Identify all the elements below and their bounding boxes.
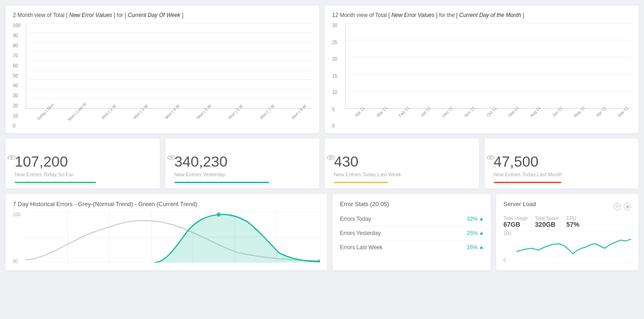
cpu-label: CPU: [566, 216, 579, 221]
stats-row: 107,200New Entries Today So Far340,230Ne…: [6, 139, 638, 189]
stat-value: 47,500: [494, 154, 630, 170]
right-bar-chart: 051015202530 Apr 11Mar 11Feb 11Jan 11Dec…: [332, 23, 631, 129]
eye-icon: [166, 154, 176, 161]
top-charts-row: 2 Month view of Total [ New Error Values…: [6, 6, 638, 133]
total-usage-col: Total Usage 67GB: [503, 216, 528, 228]
error-stat-row-1: Errors Yesterday25%: [340, 226, 483, 241]
error-stats-card: Error Stats (20:05) Errors Today32% Erro…: [333, 194, 491, 270]
refresh-icon[interactable]: ⟳: [614, 203, 621, 210]
left-chart-title: 2 Month view of Total [ New Error Values…: [13, 12, 312, 18]
right-title-em2: Current Day of the Month: [459, 12, 521, 18]
dashboard: 2 Month view of Total [ New Error Values…: [0, 0, 644, 276]
right-chart-card: 12 Month view of Total [ New Error Value…: [325, 6, 638, 133]
right-chart-area: Apr 11Mar 11Feb 11Jan 11Dec 11Nov 11Oct …: [345, 23, 631, 129]
error-stat-label: Errors Yesterday: [340, 230, 381, 236]
error-stat-label: Errors Today: [340, 216, 371, 222]
error-stats-rows: Errors Today32% Errors Yesterday25% Erro…: [340, 212, 483, 254]
stat-card-2: 430New Entries Today Last Week: [325, 139, 479, 189]
error-stat-value: 16%: [467, 244, 483, 251]
stat-bar: [175, 182, 270, 183]
left-title-mid: ] for [: [112, 12, 128, 18]
left-x-labels: Today | MonMon | Last WMon | 2 WMon | 3 …: [26, 110, 312, 129]
server-meta: Total Usage 67GB Total Space 320GB CPU 5…: [503, 216, 631, 228]
stat-value: 107,200: [15, 154, 151, 170]
total-usage-value: 67GB: [503, 221, 528, 228]
historical-plot: [26, 212, 320, 264]
arrow-up-icon: [480, 246, 483, 249]
eye-icon: [486, 154, 496, 161]
right-title-suffix: ]: [521, 12, 525, 18]
cpu-value: 57%: [566, 221, 579, 228]
error-stat-value: 25%: [467, 230, 483, 236]
total-space-col: Total Space 320GB: [535, 216, 559, 228]
stat-card-0: 107,200New Entries Today So Far: [6, 139, 160, 189]
left-title-em2: Current Day Of Week: [128, 12, 180, 18]
right-chart-title: 12 Month view of Total [ New Error Value…: [332, 12, 631, 18]
left-bar-chart: 0102030405060708090100 Today | MonMon | …: [13, 23, 312, 129]
left-title-em: New Error Values: [69, 12, 113, 18]
right-y-axis: 051015202530: [332, 23, 345, 129]
stat-label: New Entries Yesterday: [175, 172, 311, 177]
arrow-up-icon: [480, 232, 483, 235]
arrow-up-icon: [480, 218, 483, 220]
error-stats-title: Error Stats (20:05): [340, 201, 483, 207]
left-chart-card: 2 Month view of Total [ New Error Values…: [6, 6, 319, 133]
hist-y-axis: 80 100: [13, 212, 24, 264]
left-y-axis: 0102030405060708090100: [13, 23, 26, 129]
right-x-labels: Apr 11Mar 11Feb 11Jan 11Dec 11Nov 11Oct …: [345, 110, 631, 129]
stat-card-3: 47,500New Entries Today Last Month: [485, 139, 639, 189]
historical-wrapper: 80 100: [13, 212, 320, 264]
eye-icon: [326, 154, 336, 161]
stat-card-1: 340,230New Entries Yesterday: [165, 139, 320, 189]
historical-title: 7 Day Historical Errors - Grey-(Normal T…: [13, 201, 320, 207]
total-usage-label: Total Usage: [503, 216, 528, 221]
error-stat-row-2: Errors Last Week16%: [340, 241, 483, 254]
stat-bar: [494, 182, 562, 183]
error-stat-label: Errors Last Week: [340, 244, 382, 251]
server-load-controls: ⟳ ◉: [614, 203, 631, 210]
bottom-row: 7 Day Historical Errors - Grey-(Normal T…: [6, 194, 638, 270]
right-bars-wrapper: [345, 23, 631, 109]
stat-bar: [334, 182, 388, 183]
left-title-suffix: ]: [181, 12, 184, 18]
expand-icon[interactable]: ◉: [624, 203, 631, 210]
historical-card: 7 Day Historical Errors - Grey-(Normal T…: [6, 194, 327, 270]
stat-label: New Entries Today Last Week: [334, 172, 470, 177]
right-title-prefix: 12 Month view of Total [: [332, 12, 391, 18]
left-bars-wrapper: [26, 23, 312, 109]
total-space-value: 320GB: [535, 221, 559, 228]
left-chart-area: Today | MonMon | Last WMon | 2 WMon | 3 …: [26, 23, 312, 129]
eye-icon: [6, 154, 17, 161]
stat-bar: [15, 182, 96, 183]
error-stat-row-0: Errors Today32%: [340, 212, 483, 226]
stat-label: New Entries Today So Far: [15, 172, 151, 177]
stat-value: 430: [334, 154, 470, 170]
left-title-prefix: 2 Month view of Total [: [13, 12, 69, 18]
svg-point-10: [318, 260, 320, 263]
server-chart: 0 100: [503, 231, 631, 263]
error-stat-value: 32%: [467, 216, 483, 222]
server-load-header: Server Load ⟳ ◉: [503, 201, 631, 212]
stat-value: 340,230: [175, 154, 311, 170]
cpu-col: CPU 57%: [566, 216, 579, 228]
total-space-label: Total Space: [535, 216, 559, 221]
right-title-mid: ] for the [: [435, 12, 459, 18]
right-title-em: New Error Values: [391, 12, 435, 18]
stat-label: New Entries Today Last Month: [494, 172, 630, 177]
server-load-title: Server Load: [503, 201, 536, 207]
server-load-card: Server Load ⟳ ◉ Total Usage 67GB Total S…: [496, 194, 638, 270]
svg-point-9: [217, 213, 220, 217]
